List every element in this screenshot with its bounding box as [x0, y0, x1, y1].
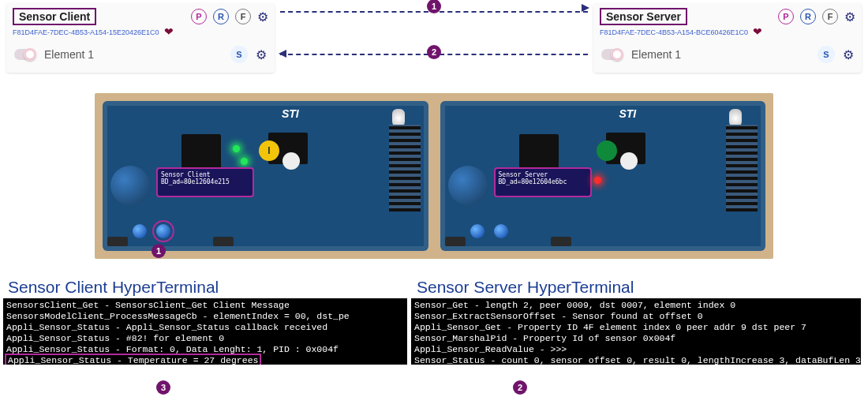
- green-bumper-icon: [597, 140, 617, 161]
- arrowhead-left-icon: [279, 50, 286, 58]
- header-pins-icon: [726, 125, 758, 211]
- r-button[interactable]: R: [800, 9, 816, 24]
- term-line: Sensor_ExtractSensorOffset - Sensor foun…: [414, 311, 703, 321]
- oled-line: BD_ad=80e12604e6bc: [499, 178, 587, 185]
- server-uuid-row: F81D4FAE-7DEC-4B53-A154-BCE60426E1C0 ❤: [600, 25, 855, 38]
- client-card-header: Sensor Client P R F ⚙: [13, 8, 268, 25]
- st-logo: STI: [619, 107, 636, 120]
- usb-port-icon: [551, 237, 571, 246]
- blue-sensor-icon: [448, 166, 488, 205]
- push-button-icon: [494, 224, 508, 238]
- header-pins-icon: [389, 125, 421, 211]
- white-label-icon: [620, 152, 638, 170]
- usb-port-icon: [445, 237, 466, 246]
- term-line: Appli_Sensor_ReadValue - >>>: [414, 344, 567, 354]
- heartbeat-icon: ❤: [164, 25, 174, 38]
- chip-icon: [181, 134, 221, 170]
- usb-port-icon: [107, 237, 128, 246]
- client-highlight-line: Appli_Sensor_Status - Temperature = 27 d…: [6, 355, 260, 365]
- term-line: Appli_Sensor_Status - Appli_Sensor_Statu…: [6, 322, 327, 332]
- client-board: STI I Sensor Client BD_ad=80e12604e215: [103, 101, 428, 251]
- yellow-bumper-icon: I: [259, 140, 279, 161]
- term-line: SensorsModelClient_ProcessMessageCb - el…: [6, 311, 350, 321]
- client-oled-display: Sensor Client BD_ad=80e12604e215: [158, 169, 253, 196]
- term-line: SensorsClient_Get - SensorsClient_Get Cl…: [6, 300, 290, 310]
- server-oled-display: Sensor Server BD_ad=80e12604e6bc: [496, 169, 590, 196]
- white-label-icon: [282, 152, 300, 170]
- client-card: Sensor Client P R F ⚙ F81D4FAE-7DEC-4B53…: [6, 3, 275, 73]
- element-toggle[interactable]: [601, 49, 623, 60]
- gear-icon[interactable]: ⚙: [844, 9, 855, 24]
- client-title: Sensor Client: [13, 8, 96, 25]
- client-element-row: Element 1 S ⚙: [13, 41, 268, 68]
- server-card-header: Sensor Server P R F ⚙: [600, 8, 855, 25]
- oled-line: Sensor Client: [161, 171, 249, 178]
- client-hyperterm-title: Sensor Client HyperTerminal: [8, 278, 219, 297]
- s-button[interactable]: S: [230, 46, 248, 63]
- f-button[interactable]: F: [822, 9, 838, 24]
- gear-icon[interactable]: ⚙: [843, 47, 854, 62]
- server-uuid: F81D4FAE-7DEC-4B53-A154-BCE60426E1C0: [600, 28, 748, 36]
- server-card: Sensor Server P R F ⚙ F81D4FAE-7DEC-4B53…: [593, 3, 862, 73]
- s-button[interactable]: S: [817, 46, 835, 63]
- client-uuid-row: F81D4FAE-7DEC-4B53-A154-15E20426E1C0 ❤: [13, 25, 268, 38]
- element-label: Element 1: [631, 48, 810, 61]
- green-led-icon: [241, 158, 248, 165]
- client-uuid: F81D4FAE-7DEC-4B53-A154-15E20426E1C0: [13, 28, 159, 36]
- callout-2: 2: [427, 45, 441, 59]
- term-line: Appli_Sensor_Get - Property ID 4F elemen…: [414, 322, 806, 332]
- top-app-row: Sensor Client P R F ⚙ F81D4FAE-7DEC-4B53…: [0, 0, 868, 79]
- red-led-icon: [594, 177, 601, 184]
- arrow-container: 1 2: [280, 8, 588, 63]
- element-toggle[interactable]: [14, 49, 36, 60]
- f-button[interactable]: F: [235, 9, 251, 24]
- arrowhead-right-icon: [582, 4, 589, 12]
- client-terminal: SensorsClient_Get - SensorsClient_Get Cl…: [3, 298, 407, 365]
- server-title: Sensor Server: [600, 8, 687, 25]
- server-prf-row: P R F ⚙: [778, 9, 855, 24]
- usb-port-icon: [213, 237, 234, 246]
- element-label: Element 1: [44, 48, 223, 61]
- r-button[interactable]: R: [213, 9, 229, 24]
- push-button-icon: [470, 224, 485, 238]
- server-terminal: Sensor_Get - length 2, peer 0009, dst 00…: [411, 298, 861, 365]
- server-hyperterm-title: Sensor Server HyperTerminal: [417, 278, 634, 297]
- client-prf-row: P R F ⚙: [191, 9, 268, 24]
- p-button[interactable]: P: [778, 9, 794, 24]
- st-logo: STI: [282, 107, 299, 120]
- push-button-icon: [133, 224, 147, 238]
- gear-icon[interactable]: ⚙: [257, 9, 268, 24]
- gear-icon[interactable]: ⚙: [256, 47, 267, 62]
- term-line: Sensor_MarshalPid - Property Id of senso…: [414, 333, 675, 343]
- board-photo-area: STI I Sensor Client BD_ad=80e12604e215 S…: [95, 93, 773, 259]
- callout-board-1: 1: [152, 244, 166, 258]
- green-led-icon: [233, 145, 240, 152]
- chip-icon: [519, 134, 559, 170]
- oled-line: BD_ad=80e12604e215: [161, 178, 249, 185]
- server-board: STI Sensor Server BD_ad=80e12604e6bc: [440, 101, 766, 251]
- oled-line: Sensor Server: [499, 171, 587, 178]
- server-element-row: Element 1 S ⚙: [600, 41, 855, 68]
- blue-sensor-icon: [110, 166, 150, 205]
- term-line: Sensor_Get - length 2, peer 0009, dst 00…: [414, 300, 735, 310]
- callout-client-term: 3: [156, 380, 170, 395]
- heartbeat-icon: ❤: [753, 25, 762, 38]
- push-button-highlighted: [156, 224, 170, 238]
- term-line: Appli_Sensor_Status - #82! for element 0: [6, 333, 224, 343]
- callout-server-term: 2: [513, 380, 527, 395]
- p-button[interactable]: P: [191, 9, 207, 24]
- term-line: Sensor_Status - count 0, sensor offset 0…: [414, 355, 861, 365]
- term-line: Appli_Sensor_Status - Format: 0, Data Le…: [6, 344, 339, 354]
